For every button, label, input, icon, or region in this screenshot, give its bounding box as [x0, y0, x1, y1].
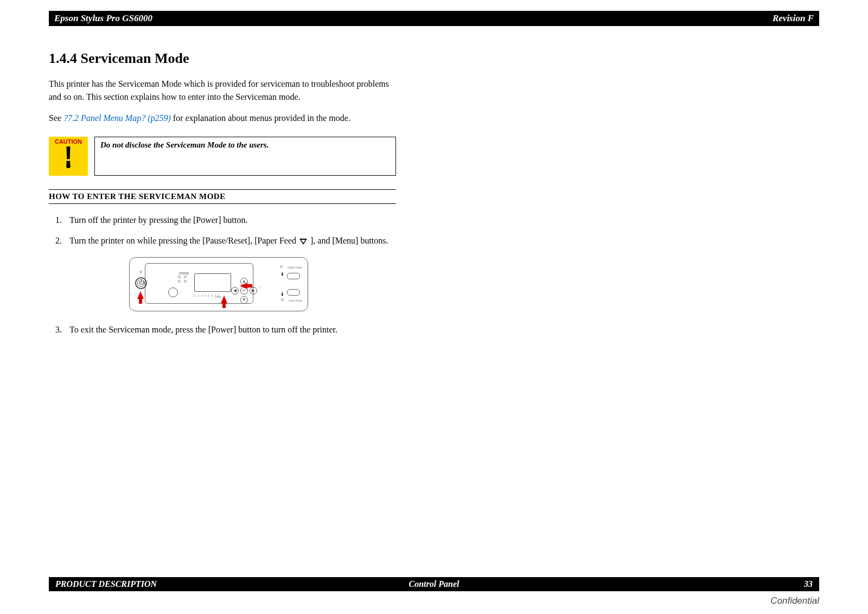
caution-icon: CAUTION ! [49, 137, 88, 176]
see-suffix: for explanation about menus provided in … [171, 113, 350, 123]
low-heat-label: Low Heat [289, 298, 302, 303]
footer-bar: PRODUCT DESCRIPTION Control Panel 33 [49, 577, 819, 591]
high-heat-led-icon [280, 265, 283, 268]
main-content: 1.4.4 Serviceman Mode This printer has t… [49, 26, 396, 336]
dpad-right-icon: ▶ [250, 287, 257, 295]
step-3: To exit the Serviceman mode, press the [… [64, 323, 396, 336]
control-panel-diagram: ⏻ check 1 2 3 4 5 6 7 8 ⟶ ▲ [129, 257, 308, 311]
caution-text: Do not disclose the Serviceman Mode to t… [94, 137, 396, 176]
thermometer-up-icon: 🌡 [280, 271, 285, 278]
power-led-icon [139, 271, 142, 273]
header-bar: Epson Stylus Pro GS6000 Revision F [49, 11, 819, 26]
doc-title: Epson Stylus Pro GS6000 [54, 13, 152, 24]
footer-left: PRODUCT DESCRIPTION [55, 579, 157, 589]
thermometer-down-icon: 🌡 [280, 291, 285, 298]
ink-check-leds [178, 276, 188, 283]
see-reference: See ?7.2 Panel Menu Map? (p259) for expl… [49, 113, 396, 123]
high-heat-label: High Heat [288, 265, 302, 270]
step-2a: Turn the printer on while pressing the [… [69, 236, 298, 245]
confidential-label: Confidential [770, 596, 819, 606]
heat-down-button-icon [287, 289, 300, 296]
subheading-wrap: HOW TO ENTER THE SERVICEMAN MODE [49, 189, 396, 204]
dpad-left-icon: ◀ [231, 287, 239, 295]
page-number: 33 [804, 579, 813, 589]
heat-up-button-icon [287, 273, 300, 279]
menu-arrow-icon: → [258, 285, 262, 291]
lcd-arrow-icon: ⟶ [215, 294, 221, 300]
dpad-down-icon: ▼ [240, 296, 248, 304]
down-triangle-icon [299, 239, 307, 245]
step-2: Turn the printer on while pressing the [… [64, 234, 396, 311]
lcd-screen-icon [194, 273, 231, 292]
revision-label: Revision F [773, 13, 814, 24]
pause-reset-button-icon [168, 287, 178, 297]
red-arrow-power-icon [137, 291, 144, 299]
red-arrow-down-icon [221, 296, 227, 303]
footer-center: Control Panel [409, 579, 459, 589]
see-prefix: See [49, 113, 63, 123]
low-heat-led-icon [281, 298, 284, 301]
red-arrow-menu-icon [240, 283, 247, 289]
step-1: Turn off the printer by pressing the [Po… [64, 214, 396, 227]
steps-list: Turn off the printer by pressing the [Po… [49, 214, 396, 336]
panel-menu-map-link[interactable]: ?7.2 Panel Menu Map? (p259) [63, 113, 171, 123]
caution-block: CAUTION ! Do not disclose the Serviceman… [49, 137, 396, 176]
subheading: HOW TO ENTER THE SERVICEMAN MODE [49, 192, 396, 201]
intro-paragraph: This printer has the Serviceman Mode whi… [49, 78, 396, 104]
step-2b: ], and [Menu] buttons. [308, 236, 388, 245]
section-title: 1.4.4 Serviceman Mode [49, 50, 396, 67]
panel-inner: check 1 2 3 4 5 6 7 8 ⟶ ▲ ▼ ◀ ▶ [145, 263, 253, 304]
